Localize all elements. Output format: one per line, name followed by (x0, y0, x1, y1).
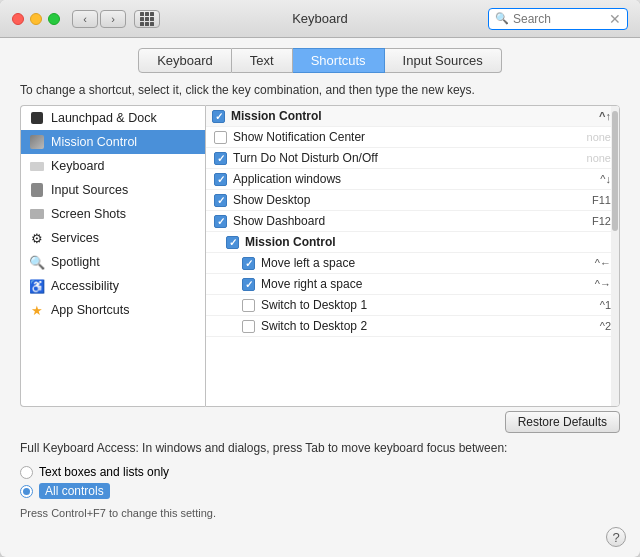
sidebar-item-accessibility[interactable]: ♿ Accessibility (21, 274, 205, 298)
main-content: Launchpad & Dock Mission Control Keyboar… (0, 105, 640, 407)
minimize-button[interactable] (30, 13, 42, 25)
checkbox-show-desktop[interactable]: ✓ (214, 194, 227, 207)
sidebar-label-accessibility: Accessibility (51, 279, 119, 293)
shortcut-label-move-left: Move left a space (261, 256, 589, 270)
sidebar-item-spotlight[interactable]: 🔍 Spotlight (21, 250, 205, 274)
tab-bar: Keyboard Text Shortcuts Input Sources (0, 38, 640, 73)
shortcut-row-switch-d2[interactable]: Switch to Desktop 2 ^2 (206, 316, 619, 337)
forward-button[interactable]: › (100, 10, 126, 28)
shortcut-row-show-dashboard[interactable]: ✓ Show Dashboard F12 (206, 211, 619, 232)
accessibility-icon: ♿ (29, 278, 45, 294)
tab-keyboard[interactable]: Keyboard (138, 48, 232, 73)
tab-input-sources[interactable]: Input Sources (385, 48, 502, 73)
shortcut-label-show-dashboard: Show Dashboard (233, 214, 586, 228)
shortcut-row-show-notif[interactable]: Show Notification Center none (206, 127, 619, 148)
tab-shortcuts[interactable]: Shortcuts (293, 48, 385, 73)
close-button[interactable] (12, 13, 24, 25)
shortcut-key-show-notif: none (587, 131, 611, 143)
shortcut-row-move-right[interactable]: ✓ Move right a space ^→ (206, 274, 619, 295)
shortcut-row-mc-sub[interactable]: ✓ Mission Control (206, 232, 619, 253)
checkbox-show-notif[interactable] (214, 131, 227, 144)
search-icon: 🔍 (495, 12, 509, 25)
checkbox-switch-d2[interactable] (242, 320, 255, 333)
sidebar-item-keyboard[interactable]: Keyboard (21, 154, 205, 178)
shortcut-row-mc-header[interactable]: ✓ Mission Control ^↑ (206, 106, 619, 127)
shortcut-key-show-dashboard: F12 (592, 215, 611, 227)
screen-shots-icon (29, 206, 45, 222)
shortcut-row-app-windows[interactable]: ✓ Application windows ^↓ (206, 169, 619, 190)
shortcut-row-dnd[interactable]: ✓ Turn Do Not Disturb On/Off none (206, 148, 619, 169)
hint-text: Press Control+F7 to change this setting. (0, 503, 640, 527)
tab-text[interactable]: Text (232, 48, 293, 73)
shortcut-row-switch-d1[interactable]: Switch to Desktop 1 ^1 (206, 295, 619, 316)
shortcut-label-mc-sub: Mission Control (245, 235, 611, 249)
services-icon: ⚙ (29, 230, 45, 246)
sidebar-label-mission-control: Mission Control (51, 135, 137, 149)
sidebar-label-app-shortcuts: App Shortcuts (51, 303, 130, 317)
radio-text-boxes[interactable] (20, 466, 33, 479)
sidebar-label-launchpad: Launchpad & Dock (51, 111, 157, 125)
sidebar-label-services: Services (51, 231, 99, 245)
shortcut-label-switch-d2: Switch to Desktop 2 (261, 319, 594, 333)
shortcut-key-dnd: none (587, 152, 611, 164)
scrollbar-thumb (612, 111, 618, 231)
checkbox-move-right[interactable]: ✓ (242, 278, 255, 291)
sidebar-label-spotlight: Spotlight (51, 255, 100, 269)
traffic-lights (12, 13, 60, 25)
shortcut-key-switch-d2: ^2 (600, 320, 611, 332)
help-button[interactable]: ? (606, 527, 626, 547)
instruction-text: To change a shortcut, select it, click t… (0, 73, 640, 105)
shortcut-key-app-windows: ^↓ (600, 173, 611, 185)
shortcut-label-app-windows: Application windows (233, 172, 594, 186)
radio-all-controls[interactable] (20, 485, 33, 498)
checkbox-move-left[interactable]: ✓ (242, 257, 255, 270)
shortcut-label-switch-d1: Switch to Desktop 1 (261, 298, 594, 312)
shortcut-key-move-left: ^← (595, 257, 611, 269)
checkbox-app-windows[interactable]: ✓ (214, 173, 227, 186)
kbd-access-section: Full Keyboard Access: In windows and dia… (0, 433, 640, 461)
checkbox-dnd[interactable]: ✓ (214, 152, 227, 165)
radio-dot (23, 488, 30, 495)
checkbox-show-dashboard[interactable]: ✓ (214, 215, 227, 228)
shortcut-label-move-right: Move right a space (261, 277, 589, 291)
sidebar-label-keyboard: Keyboard (51, 159, 105, 173)
back-button[interactable]: ‹ (72, 10, 98, 28)
sidebar-item-launchpad[interactable]: Launchpad & Dock (21, 106, 205, 130)
window-title: Keyboard (292, 11, 348, 26)
maximize-button[interactable] (48, 13, 60, 25)
keyboard-icon (29, 158, 45, 174)
search-box[interactable]: 🔍 ✕ (488, 8, 628, 30)
spotlight-icon: 🔍 (29, 254, 45, 270)
app-shortcuts-icon: ★ (29, 302, 45, 318)
sidebar-item-app-shortcuts[interactable]: ★ App Shortcuts (21, 298, 205, 322)
radio-label-all-controls: All controls (39, 483, 110, 499)
scrollbar[interactable] (611, 106, 619, 406)
radio-item-text-boxes[interactable]: Text boxes and lists only (20, 465, 620, 479)
sidebar-item-input-sources[interactable]: Input Sources (21, 178, 205, 202)
shortcut-key-show-desktop: F11 (592, 194, 611, 206)
checkbox-switch-d1[interactable] (242, 299, 255, 312)
search-input[interactable] (513, 12, 603, 26)
clear-search-button[interactable]: ✕ (609, 11, 621, 27)
shortcut-row-move-left[interactable]: ✓ Move left a space ^← (206, 253, 619, 274)
input-sources-icon (29, 182, 45, 198)
checkbox-mc-sub[interactable]: ✓ (226, 236, 239, 249)
sidebar-item-services[interactable]: ⚙ Services (21, 226, 205, 250)
radio-label-text-boxes: Text boxes and lists only (39, 465, 169, 479)
shortcut-label-mc-header: Mission Control (231, 109, 593, 123)
shortcuts-panel: ✓ Mission Control ^↑ Show Notification C… (205, 105, 620, 407)
radio-group: Text boxes and lists only All controls (0, 461, 640, 503)
radio-item-all-controls[interactable]: All controls (20, 483, 620, 499)
restore-defaults-button[interactable]: Restore Defaults (505, 411, 620, 433)
nav-buttons: ‹ › (72, 10, 126, 28)
shortcut-key-move-right: ^→ (595, 278, 611, 290)
grid-button[interactable] (134, 10, 160, 28)
shortcut-row-show-desktop[interactable]: ✓ Show Desktop F11 (206, 190, 619, 211)
sidebar-label-screen-shots: Screen Shots (51, 207, 126, 221)
checkbox-mc-header[interactable]: ✓ (212, 110, 225, 123)
sidebar: Launchpad & Dock Mission Control Keyboar… (20, 105, 205, 407)
sidebar-item-screen-shots[interactable]: Screen Shots (21, 202, 205, 226)
window: ‹ › Keyboard 🔍 ✕ Keyboard Text Shortcuts… (0, 0, 640, 557)
sidebar-item-mission-control[interactable]: Mission Control (21, 130, 205, 154)
shortcut-key-mc-header: ^↑ (599, 110, 611, 122)
